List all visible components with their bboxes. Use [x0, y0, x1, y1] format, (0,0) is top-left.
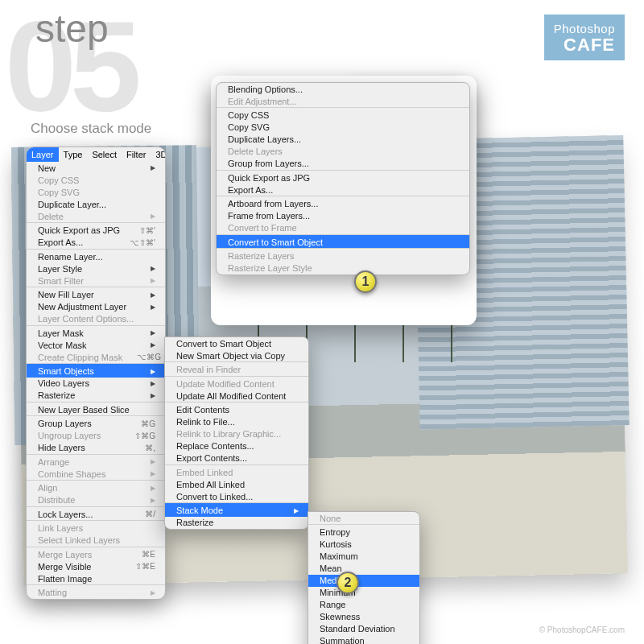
- menu-item-label: None: [320, 514, 341, 523]
- smart-objects-item[interactable]: Convert to Smart Object: [165, 337, 308, 349]
- menu-item-label: Entropy: [320, 527, 350, 537]
- stack-mode-item[interactable]: Minimum: [308, 587, 419, 599]
- stack-mode-item[interactable]: Standard Deviation: [308, 623, 419, 635]
- menu-item-label: Matting: [38, 588, 67, 597]
- stack-mode-item[interactable]: Median: [308, 575, 419, 587]
- stack-mode-item[interactable]: Entropy: [308, 524, 419, 539]
- smart-objects-item[interactable]: Update All Modified Content: [165, 390, 308, 402]
- smart-objects-item[interactable]: Stack Mode: [165, 502, 308, 517]
- stack-mode-item[interactable]: Skewness: [308, 611, 419, 623]
- menu-item-label: Quick Export as JPG: [38, 225, 120, 235]
- menu-item-label: Arrange: [38, 457, 69, 467]
- layer-menu-item[interactable]: Duplicate Layer...: [27, 198, 165, 210]
- smart-objects-item[interactable]: Edit Contents: [165, 402, 308, 416]
- menu-item-label: Embed Linked: [176, 468, 233, 477]
- smart-objects-item[interactable]: Embed All Linked: [165, 478, 308, 490]
- layer-menu-item[interactable]: New Fill Layer: [27, 287, 165, 301]
- layer-menu-item: Copy CSS: [27, 174, 165, 186]
- stack-mode-item[interactable]: Summation: [308, 635, 419, 645]
- context-menu-item[interactable]: Artboard from Layers...: [217, 196, 469, 210]
- menu-item-label: Relink to Library Graphic...: [176, 429, 281, 439]
- context-menu-item[interactable]: Frame from Layers...: [217, 210, 469, 222]
- layer-menu-item[interactable]: Group Layers⌘G: [27, 415, 165, 430]
- menu-item-label: Skewness: [320, 612, 360, 621]
- context-menu-item[interactable]: Duplicate Layers...: [217, 134, 469, 146]
- menu-item-label: Update Modified Content: [176, 379, 275, 389]
- smart-objects-item: Reveal in Finder: [165, 361, 308, 376]
- layer-menu-item[interactable]: Vector Mask: [27, 339, 165, 351]
- menu-item-label: Hide Layers: [38, 443, 85, 452]
- menu-item-label: Embed All Linked: [176, 480, 245, 489]
- layer-menu-item: Ungroup Layers⇧⌘G: [27, 430, 165, 442]
- layer-menu-item[interactable]: New Layer Based Slice: [27, 402, 165, 416]
- layer-menu-item[interactable]: New: [27, 162, 165, 174]
- context-menu-item: Delete Layers: [217, 146, 469, 158]
- smart-objects-item[interactable]: Relink to File...: [165, 416, 308, 428]
- menu-item-label: Standard Deviation: [320, 624, 395, 634]
- menu-item-shortcut: ⌥⇧⌘': [115, 238, 155, 247]
- layer-menu-item: Copy SVG: [27, 186, 165, 198]
- smart-objects-item[interactable]: Convert to Linked...: [165, 490, 308, 502]
- context-menu-item[interactable]: Blending Options...: [217, 83, 469, 95]
- layer-menu-item: Distribute: [27, 494, 165, 506]
- footer-credit: © PhotoshopCAFE.com: [539, 625, 625, 634]
- stack-mode-item[interactable]: Mean: [308, 563, 419, 575]
- context-menu-item[interactable]: Quick Export as JPG: [217, 170, 469, 184]
- menu-item-label: Copy SVG: [38, 188, 80, 197]
- menu-item-label: Quick Export as JPG: [228, 173, 310, 183]
- stack-mode-item[interactable]: Maximum: [308, 551, 419, 563]
- menu-bar-item[interactable]: Filter: [122, 147, 151, 162]
- layer-menu-item[interactable]: Hide Layers⌘,: [27, 442, 165, 454]
- context-menu-item[interactable]: Export As...: [217, 184, 469, 196]
- menu-bar-item[interactable]: Type: [59, 147, 88, 162]
- menu-item-label: Video Layers: [38, 378, 89, 388]
- layer-menu-item[interactable]: Layer Mask: [27, 325, 165, 340]
- layer-menu-item[interactable]: Rename Layer...: [27, 249, 165, 263]
- smart-objects-item[interactable]: Rasterize: [165, 517, 308, 529]
- stack-mode-item[interactable]: Range: [308, 599, 419, 611]
- menu-item-label: New Fill Layer: [38, 290, 94, 299]
- menu-bar-item[interactable]: Select: [87, 147, 122, 162]
- layer-menu-item: Select Linked Layers: [27, 535, 165, 547]
- layer-menu-item[interactable]: Merge Visible⇧⌘E: [27, 560, 165, 572]
- stack-mode-submenu: NoneEntropyKurtosisMaximumMeanMedianMini…: [308, 511, 420, 644]
- layer-menu-item[interactable]: New Adjustment Layer: [27, 301, 165, 313]
- smart-objects-item[interactable]: New Smart Object via Copy: [165, 349, 308, 361]
- menu-item-label: Copy SVG: [228, 122, 270, 132]
- layer-menu-item[interactable]: Quick Export as JPG⇧⌘': [27, 222, 165, 237]
- smart-objects-item[interactable]: Export Contents...: [165, 452, 308, 464]
- menu-item-label: Layer Content Options...: [38, 314, 134, 324]
- layer-menu-item[interactable]: Flatten Image: [27, 572, 165, 584]
- layer-menu-item[interactable]: Lock Layers...⌘/: [27, 506, 165, 521]
- layer-menu-item[interactable]: Layer Style: [27, 262, 165, 275]
- menu-bar-item[interactable]: 3D: [151, 147, 166, 162]
- smart-objects-item[interactable]: Replace Contents...: [165, 440, 308, 452]
- menu-item-label: Rasterize: [38, 390, 75, 400]
- context-menu-item[interactable]: Convert to Smart Object: [217, 234, 469, 249]
- menu-item-label: Link Layers: [38, 523, 83, 533]
- layer-menu: LayerTypeSelectFilter3D NewCopy CSSCopy …: [26, 147, 166, 600]
- context-menu-item[interactable]: Copy CSS: [217, 107, 469, 122]
- layer-menu-item[interactable]: Smart Objects: [27, 363, 165, 378]
- menu-item-label: Rasterize: [176, 518, 213, 527]
- menu-item-label: Update All Modified Content: [176, 391, 286, 401]
- layer-menu-item[interactable]: Video Layers: [27, 378, 165, 390]
- layer-menu-item: Create Clipping Mask⌥⌘G: [27, 351, 165, 363]
- menu-item-label: Edit Contents: [176, 405, 229, 415]
- menu-item-label: New: [38, 163, 56, 173]
- layer-menu-item[interactable]: Rasterize: [27, 390, 165, 402]
- step-subtitle: Choose stack mode: [31, 121, 151, 137]
- menu-bar-item[interactable]: Layer: [27, 147, 59, 162]
- layer-menu-item[interactable]: Export As...⌥⇧⌘': [27, 237, 165, 249]
- menu-item-label: Flatten Image: [38, 574, 92, 584]
- menu-item-label: Select Linked Layers: [38, 535, 120, 545]
- context-menu-item[interactable]: Copy SVG: [217, 122, 469, 134]
- menu-item-label: Range: [320, 600, 345, 609]
- menu-item-label: Export As...: [228, 185, 273, 195]
- context-menu-item: Rasterize Layers: [217, 248, 469, 262]
- stack-mode-item[interactable]: Kurtosis: [308, 539, 419, 551]
- context-menu-item[interactable]: Group from Layers...: [217, 158, 469, 170]
- layer-menu-item: Align: [27, 480, 165, 494]
- menu-item-label: Duplicate Layers...: [228, 134, 301, 144]
- context-menu-item: Convert to Frame: [217, 222, 469, 234]
